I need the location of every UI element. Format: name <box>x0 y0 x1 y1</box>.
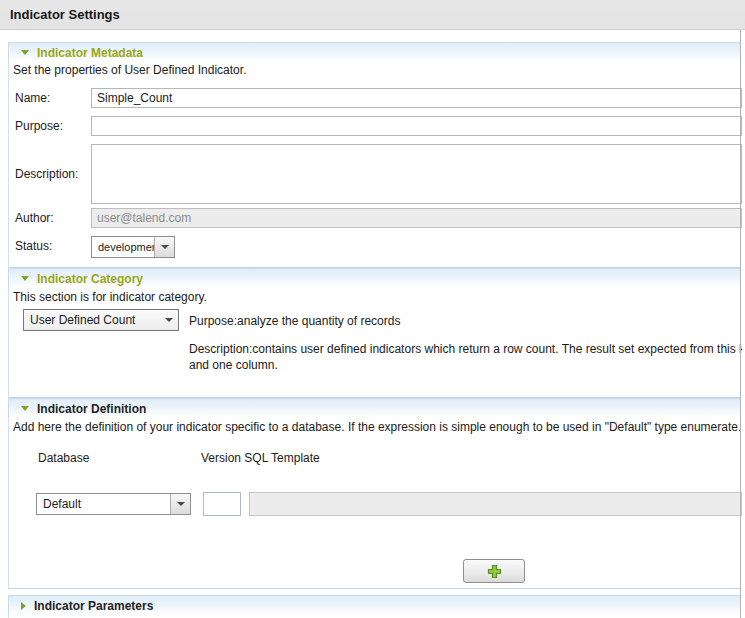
page-title: Indicator Settings <box>10 0 120 29</box>
editor-header: Indicator Settings <box>0 0 745 30</box>
section-indicator-parameters: Indicator Parameters <box>8 595 741 618</box>
chevron-down-icon <box>159 310 178 330</box>
column-header-version-sql-template: Version SQL Template <box>201 451 320 465</box>
description-label: Description: <box>15 164 78 184</box>
author-label: Author: <box>15 208 54 228</box>
section-title: Indicator Parameters <box>34 599 153 613</box>
description-textarea[interactable] <box>91 144 742 204</box>
section-indicator-category: Indicator Category This section is for i… <box>8 268 741 398</box>
author-input <box>91 208 742 228</box>
section-header-category[interactable]: Indicator Category <box>8 268 741 288</box>
name-label: Name: <box>15 88 50 108</box>
section-title: Indicator Definition <box>37 402 146 416</box>
purpose-input[interactable] <box>91 116 742 136</box>
chevron-down-icon <box>170 494 190 514</box>
add-definition-button[interactable] <box>463 559 525 583</box>
section-header-definition[interactable]: Indicator Definition <box>8 398 741 418</box>
database-select[interactable]: Default <box>36 493 191 515</box>
section-header-parameters[interactable]: Indicator Parameters <box>8 595 741 615</box>
collapse-twistie-icon <box>21 276 29 281</box>
category-select[interactable]: User Defined Count <box>23 309 179 331</box>
column-header-database: Database <box>38 451 89 465</box>
category-value: User Defined Count <box>24 310 159 330</box>
section-description: Set the properties of User Defined Indic… <box>13 63 246 77</box>
collapse-twistie-icon <box>21 406 29 411</box>
add-icon <box>487 564 502 579</box>
name-input[interactable] <box>91 88 742 108</box>
section-title: Indicator Metadata <box>37 46 143 60</box>
category-purpose-text: Purpose:analyze the quantity of records <box>189 314 400 328</box>
sql-template-field <box>249 492 742 516</box>
purpose-label: Purpose: <box>15 116 63 136</box>
status-value: development <box>92 237 154 257</box>
status-label: Status: <box>15 236 52 256</box>
section-indicator-metadata: Indicator Metadata Set the properties of… <box>8 42 741 268</box>
database-value: Default <box>37 494 170 514</box>
section-header-metadata[interactable]: Indicator Metadata <box>8 42 741 62</box>
version-input[interactable] <box>203 492 241 516</box>
category-description-line2: and one column. <box>189 358 278 372</box>
section-indicator-definition: Indicator Definition Add here the defini… <box>8 398 741 589</box>
category-description-line1: Description:contains user defined indica… <box>189 342 742 356</box>
status-select[interactable]: development <box>91 236 175 258</box>
chevron-down-icon <box>154 237 174 257</box>
expand-twistie-icon <box>21 602 26 610</box>
collapse-twistie-icon <box>21 50 29 55</box>
section-description: This section is for indicator category. <box>13 290 207 304</box>
section-title: Indicator Category <box>37 272 143 286</box>
section-description: Add here the definition of your indicato… <box>13 420 742 434</box>
indicator-settings-editor: { "page": { "title": "Indicator Settings… <box>0 0 745 618</box>
editor-right-border <box>740 30 741 618</box>
